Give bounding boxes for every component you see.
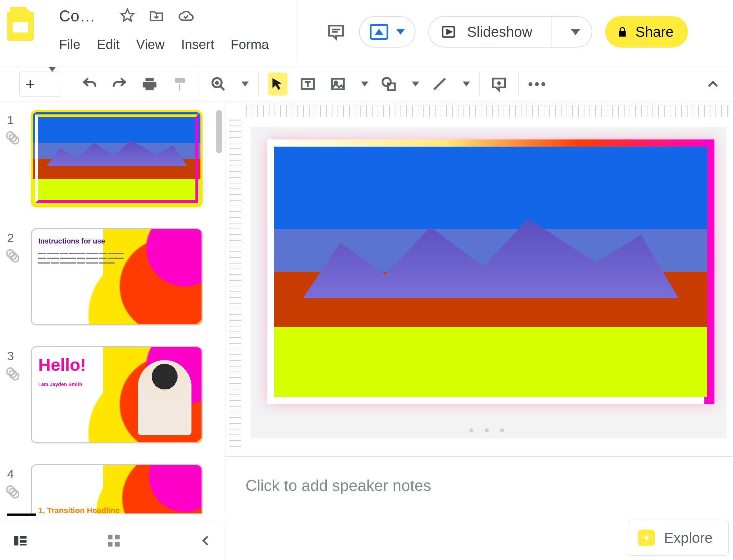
main-toolbar: + • — [0, 66, 733, 102]
paint-format-button[interactable] — [170, 73, 189, 95]
grid-view-button[interactable] — [106, 533, 122, 549]
svg-rect-27 — [108, 542, 112, 546]
slide-thumbnail[interactable] — [31, 110, 203, 207]
svg-rect-25 — [108, 535, 112, 539]
horizontal-ruler[interactable] — [246, 105, 729, 117]
slideshow-label: Slideshow — [467, 24, 532, 40]
more-tools-button[interactable]: ••• — [528, 73, 547, 95]
present-upload-icon — [370, 24, 388, 40]
textbox-button[interactable] — [298, 73, 317, 95]
present-dropdown[interactable] — [359, 16, 416, 48]
slide-number: 3 — [7, 349, 14, 363]
menu-format[interactable]: Forma — [230, 37, 269, 52]
svg-rect-5 — [332, 79, 344, 89]
add-comment-button[interactable] — [489, 73, 509, 95]
svg-rect-21 — [14, 536, 19, 545]
lock-icon — [616, 25, 629, 38]
current-slide[interactable] — [267, 139, 714, 404]
document-title[interactable]: Co… — [59, 7, 96, 25]
new-slide-button[interactable]: + — [19, 72, 61, 97]
filmstrip: 1 2 Instructions for use ▬▬ ▬▬▬ ▬▬ ▬▬▬▬ … — [0, 102, 225, 514]
decorative-bar — [7, 514, 36, 516]
animation-indicator-icon — [5, 248, 19, 262]
chevron-down-icon[interactable] — [242, 82, 249, 87]
redo-button[interactable] — [110, 73, 129, 95]
menu-view[interactable]: View — [136, 37, 165, 52]
star-icon[interactable] — [120, 8, 135, 24]
explore-label: Explore — [664, 530, 713, 546]
menu-bar: File Edit View Insert Forma — [59, 37, 269, 52]
slide-number: 4 — [7, 467, 14, 481]
chevron-down-icon[interactable] — [361, 82, 368, 87]
explore-button[interactable]: Explore — [628, 520, 729, 556]
explore-spark-icon — [638, 530, 655, 546]
plus-icon: + — [20, 74, 41, 94]
slides-logo-icon — [7, 7, 34, 43]
chevron-down-icon[interactable] — [412, 82, 419, 87]
thumb-title: Instructions for use — [38, 237, 105, 245]
chevron-down-icon[interactable] — [463, 82, 470, 87]
share-button[interactable]: Share — [605, 16, 688, 48]
filmstrip-view-button[interactable] — [12, 532, 29, 549]
slide-canvas[interactable]: ● ● ● — [251, 127, 727, 438]
slideshow-button[interactable]: Slideshow — [428, 16, 592, 48]
filmstrip-scrollbar[interactable] — [216, 110, 222, 153]
chevron-down-icon[interactable] — [41, 72, 61, 96]
chevron-down-icon — [396, 29, 405, 35]
svg-point-7 — [383, 78, 391, 86]
thumb-body: ▬▬ ▬▬▬ ▬▬ ▬▬▬▬ ▬▬▬ ▬▬ ▬▬▬▬ ▬▬ ▬▬▬ ▬▬▬▬ ▬… — [38, 251, 130, 265]
thumb-title: Hello! — [38, 355, 86, 375]
person-graphic — [138, 360, 191, 435]
print-button[interactable] — [140, 73, 159, 95]
undo-button[interactable] — [80, 73, 99, 95]
select-tool-button[interactable] — [268, 73, 287, 95]
collapse-toolbar-button[interactable] — [706, 77, 720, 92]
slide-thumbnail[interactable]: Hello! I am Jayden Smith — [31, 346, 203, 443]
slide-thumbnail[interactable]: 1. Transition Headline — [31, 464, 203, 514]
slide-number: 1 — [7, 113, 14, 127]
thumb-title: 1. Transition Headline — [38, 506, 120, 514]
menu-insert[interactable]: Insert — [181, 37, 214, 52]
slide-number: 2 — [7, 231, 14, 245]
image-button[interactable] — [328, 73, 348, 95]
collapse-filmstrip-button[interactable] — [199, 534, 213, 548]
open-comments-button[interactable] — [326, 22, 346, 42]
animation-indicator-icon — [5, 130, 19, 144]
speaker-notes-placeholder: Click to add speaker notes — [246, 477, 431, 495]
shape-button[interactable] — [379, 73, 398, 95]
filmstrip-bottom-bar — [0, 521, 225, 560]
zoom-button[interactable] — [209, 73, 228, 95]
move-to-folder-icon[interactable] — [149, 8, 164, 24]
animation-indicator-icon — [5, 484, 19, 498]
canvas-pager-dots: ● ● ● — [469, 424, 509, 436]
cloud-status-icon[interactable] — [178, 8, 194, 24]
svg-rect-26 — [115, 535, 120, 539]
line-button[interactable] — [430, 73, 449, 95]
menu-edit[interactable]: Edit — [97, 37, 120, 52]
canvas-area: ● ● ● — [225, 102, 733, 456]
svg-rect-22 — [20, 536, 26, 539]
slide-thumbnail[interactable]: Instructions for use ▬▬ ▬▬▬ ▬▬ ▬▬▬▬ ▬▬▬ … — [31, 228, 203, 325]
chevron-down-icon[interactable] — [571, 29, 580, 35]
svg-rect-24 — [20, 544, 26, 545]
animation-indicator-icon — [5, 366, 19, 380]
svg-rect-28 — [115, 542, 120, 546]
svg-marker-0 — [121, 9, 134, 21]
svg-marker-2 — [447, 30, 451, 34]
vertical-ruler[interactable] — [229, 119, 241, 451]
menu-file[interactable]: File — [59, 37, 81, 52]
play-in-frame-icon — [441, 24, 456, 40]
svg-rect-23 — [20, 540, 26, 543]
share-label: Share — [635, 24, 674, 40]
thumb-subtitle: I am Jayden Smith — [38, 382, 82, 387]
